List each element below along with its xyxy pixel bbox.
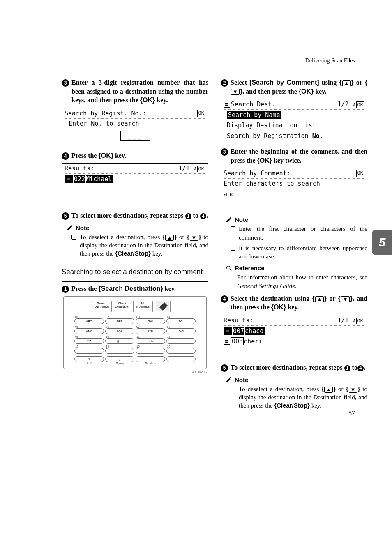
result-highlight: 007chaco	[224, 327, 265, 335]
key-space-icon: ␣	[105, 356, 135, 362]
subheading-rule	[62, 281, 208, 282]
reference-heading: Reference	[226, 265, 367, 272]
down-key: ▼	[190, 235, 198, 241]
destination-icon	[66, 177, 72, 182]
reference-label: Reference	[235, 265, 265, 272]
down-key: ▼	[349, 387, 357, 393]
note-text: To deselect a destination, press {▲} or …	[239, 385, 367, 410]
key-symbols-icon	[136, 356, 165, 362]
page-number: 57	[348, 410, 355, 417]
chapter-tab: 5	[372, 230, 392, 255]
up-key: ▲	[315, 296, 324, 302]
key-yz: YZ	[74, 338, 104, 344]
lcd-input-line: ___	[62, 129, 208, 146]
key-blank	[166, 348, 196, 354]
lcd-prompt: Enter characters to search	[221, 179, 367, 189]
lcd-search-by-comment: Search by Comment: OK Enter characters t…	[221, 168, 367, 211]
lcd-header: Results: 1/1 ⇕OK	[221, 315, 367, 326]
bullet-square-icon	[231, 387, 235, 391]
key-at: @. _	[105, 338, 135, 344]
menu-item-label: [Search by Comment]	[249, 79, 319, 86]
destination-icon	[225, 329, 231, 334]
key-punct: . - &	[136, 338, 165, 344]
step-text: To select more destinations, repeat step…	[71, 211, 208, 220]
down-key: ▼	[231, 89, 240, 95]
step-number: 5	[221, 364, 228, 372]
up-key: ▲	[165, 235, 174, 241]
key-blank	[166, 356, 196, 362]
key-stu: STU	[136, 328, 165, 334]
step-text: Enter a 3-digit registration number that…	[71, 78, 208, 105]
lcd-ok-indicator: OK	[356, 101, 364, 108]
soft-key-check-destination: CheckDestination	[113, 301, 132, 312]
selected-highlight: Search by Name	[227, 111, 281, 119]
ok-key-label: {OK}	[257, 157, 272, 164]
right-column: 2 Select [Search by Comment] using {▲} o…	[221, 78, 367, 412]
pencil-icon	[226, 376, 232, 383]
step-2: 2 Select [Search by Comment] using {▲} o…	[221, 78, 367, 96]
key-def: DEF	[105, 318, 135, 324]
key-blank	[166, 338, 196, 344]
lcd-title: Results:	[65, 165, 94, 172]
ok-key-label: {OK}	[140, 97, 155, 104]
lcd-ok-indicator: OK	[356, 170, 364, 177]
note-label: Note	[76, 224, 89, 231]
subheading: Searching to select a destination by com…	[62, 264, 208, 276]
lcd-menu-item: Display Destination List	[221, 120, 367, 131]
label-symbols: Symbols	[136, 362, 165, 365]
lcd-ok-indicator: OK	[197, 110, 205, 117]
step-5: 5 To select more destinations, repeat st…	[221, 363, 367, 372]
lcd-header: Search Dest. 1/2 ⇕OK	[221, 99, 367, 110]
svg-line-1	[230, 269, 231, 271]
note-heading: Note	[67, 224, 208, 231]
lcd-result-item-selected: 007chaco	[221, 326, 367, 336]
lcd-results-right: Results: 1/1 ⇕OK 007chaco 008cheri	[221, 315, 367, 358]
lcd-pager: 1/1 ⇕OK	[178, 165, 205, 172]
lcd-ok-indicator: OK	[356, 318, 364, 324]
bullet-square-icon	[231, 246, 235, 251]
reference-title: General Settings Guide	[237, 283, 295, 289]
bullet-square-icon	[231, 226, 235, 231]
key-shift-icon: ⇧	[74, 356, 104, 362]
left-column: 3 Enter a 3-digit registration number th…	[62, 78, 208, 412]
reference-body: For information about how to enter chara…	[237, 273, 367, 290]
ok-key-label: {OK}	[299, 88, 314, 95]
note-body: To deselect a destination, press {▲} or …	[231, 385, 367, 410]
key-mno: MNO	[74, 328, 104, 334]
step-number: 5	[62, 212, 69, 220]
magnifier-icon	[226, 265, 232, 272]
lcd-title: Search Dest.	[224, 101, 275, 108]
up-key: ▲	[342, 80, 351, 86]
lcd-input-value: abc _	[221, 189, 367, 200]
pencil-icon	[67, 224, 73, 231]
step-number: 3	[62, 79, 69, 87]
key-pqr: PQR	[105, 328, 135, 334]
step-text: Press the {OK} key.	[71, 151, 126, 160]
key-blank	[136, 348, 165, 354]
clear-stop-key-label: {Clear/Stop}	[274, 402, 310, 409]
up-key: ▲	[324, 387, 333, 393]
soft-key-search-destination: SearchDestination	[92, 301, 112, 312]
ok-key-label: {OK}	[271, 304, 286, 311]
lcd-empty-row	[62, 195, 208, 206]
note-body: To deselect a destination, press {▲} or …	[71, 233, 208, 258]
lcd-empty-row	[221, 347, 367, 358]
eraser-icon	[156, 301, 169, 311]
key-ghi: GHI	[136, 318, 165, 324]
ref-step-4: 4	[357, 365, 364, 371]
step-4: 4 Select the destination using {▲} or {▼…	[221, 294, 367, 312]
down-key: ▼	[341, 296, 350, 302]
illustration-id: AAH020S	[62, 370, 207, 374]
destination-icon	[224, 339, 230, 345]
step-1: 1 Press the {Search Destination} key.	[62, 284, 208, 293]
step-text: Select [Search by Comment] using {▲} or …	[231, 78, 367, 96]
side-key	[170, 301, 178, 312]
pencil-icon	[226, 216, 232, 223]
soft-key-display	[156, 301, 169, 311]
lcd-results: Results: 1/1 ⇕OK 022Michael	[62, 163, 208, 206]
lcd-title: Search by Comment:	[224, 170, 291, 177]
step-number: 4	[62, 152, 69, 160]
note-heading: Note	[226, 216, 367, 223]
lcd-header: Search by Comment: OK	[221, 168, 367, 179]
key-jkl: JKL	[166, 318, 196, 324]
